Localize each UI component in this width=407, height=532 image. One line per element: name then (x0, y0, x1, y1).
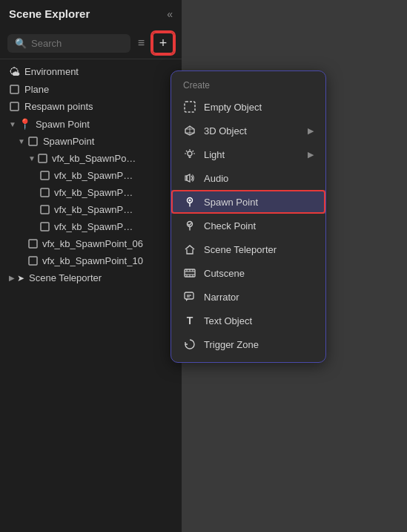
tree-item-vfx1-label: vfx_kb_SpawnPo… (52, 153, 136, 164)
svg-rect-10 (185, 102, 195, 112)
svg-rect-3 (39, 154, 47, 162)
filter-button[interactable]: ≡ (135, 35, 148, 51)
tree-item-spawnpoint[interactable]: ▼ 📍 Spawn Point (0, 115, 182, 133)
dropdown-item-audio[interactable]: Audio (171, 166, 325, 190)
dropdown-item-cutscene[interactable]: Cutscene (171, 261, 325, 285)
svg-rect-6 (41, 206, 49, 214)
dropdown-item-sceneteleporter-label: Scene Teleporter (204, 244, 277, 255)
sceneteleporter-arrow: ▶ (9, 274, 15, 282)
vfx10-icon (28, 256, 38, 266)
empty-object-icon (183, 100, 196, 114)
add-button[interactable]: + (152, 32, 174, 54)
panel-header: Scene Explorer « (0, 0, 182, 27)
tree-item-env[interactable]: 🌤 Environment (0, 62, 182, 81)
svg-line-20 (186, 151, 188, 152)
tree-item-vfx2-label: vfx_kb_SpawnP… (54, 170, 133, 181)
tree-item-respawn[interactable]: Respawn points (0, 98, 182, 115)
search-input[interactable] (31, 38, 123, 49)
dropdown-item-narrator-label: Narrator (204, 292, 239, 303)
svg-marker-22 (187, 174, 190, 182)
tree-item-vfx4-label: vfx_kb_SpawnP… (54, 204, 133, 215)
svg-point-15 (188, 151, 192, 156)
vfx1-icon (38, 154, 47, 163)
triggerzone-icon (183, 338, 196, 351)
vfx6-icon (28, 239, 38, 249)
tree-item-vfx10[interactable]: vfx_kb_SpawnPoint_10 (0, 252, 182, 269)
svg-rect-7 (41, 223, 49, 231)
svg-rect-1 (10, 102, 19, 111)
tree-item-vfx3-label: vfx_kb_SpawnP… (54, 187, 133, 198)
dropdown-item-3d-label: 3D Object (204, 125, 247, 137)
spawnpointgrp-arrow: ▼ (18, 137, 25, 145)
respawn-icon (9, 101, 20, 112)
vfx1-arrow: ▼ (28, 154, 36, 162)
dropdown-item-empty[interactable]: Empty Object (171, 95, 325, 119)
vfx4-icon (40, 205, 50, 214)
env-icon: 🌤 (9, 65, 20, 78)
collapse-button[interactable]: « (167, 8, 173, 20)
tree-item-spawnpoint-label: Spawn Point (36, 119, 90, 130)
dropdown-item-light[interactable]: Light ▶ (171, 142, 325, 166)
textobject-icon: T (183, 314, 196, 327)
light-icon (183, 148, 196, 161)
spawnpoint-menu-icon (183, 195, 196, 208)
tree-item-respawn-label: Respawn points (24, 101, 93, 112)
search-icon: 🔍 (15, 38, 27, 49)
svg-rect-5 (41, 188, 49, 197)
tree-item-spawnpointgrp[interactable]: ▼ SpawnPoint (0, 133, 182, 150)
dropdown-item-triggerzone[interactable]: Trigger Zone (171, 332, 325, 356)
narrator-icon (183, 290, 196, 303)
dropdown-item-textobject[interactable]: T Text Object (171, 309, 325, 332)
svg-rect-2 (29, 137, 37, 145)
svg-line-21 (193, 151, 194, 152)
tree-item-sceneteleporter-label: Scene Teleporter (29, 272, 102, 283)
3d-object-icon (183, 124, 196, 137)
dropdown-item-sceneteleporter[interactable]: Scene Teleporter (171, 237, 325, 261)
tree-item-vfx5-label: vfx_kb_SpawnP… (54, 221, 133, 232)
dropdown-item-spawnpoint[interactable]: Spawn Point (171, 190, 325, 214)
sceneteleporter-icon: ➤ (17, 273, 24, 283)
tree-item-env-label: Environment (24, 66, 79, 77)
vfx3-icon (40, 188, 50, 197)
tree-item-vfx3[interactable]: vfx_kb_SpawnP… (0, 184, 182, 201)
search-input-wrap: 🔍 (7, 34, 130, 53)
sceneteleporter-menu-icon (183, 243, 196, 256)
spawnpoint-arrow: ▼ (9, 120, 16, 128)
tree-item-vfx2[interactable]: vfx_kb_SpawnP… (0, 167, 182, 184)
tree-item-vfx4[interactable]: vfx_kb_SpawnP… (0, 201, 182, 218)
svg-rect-0 (10, 85, 19, 93)
search-bar: 🔍 ≡ + (0, 27, 182, 59)
scene-explorer-panel: Scene Explorer « 🔍 ≡ + 🌤 Environment Pla… (0, 0, 182, 532)
tree-item-vfx1[interactable]: ▼ vfx_kb_SpawnPo… (0, 150, 182, 167)
light-arrow-icon: ▶ (308, 150, 314, 160)
tree-item-vfx5[interactable]: vfx_kb_SpawnP… (0, 218, 182, 235)
tree-item-vfx6-label: vfx_kb_SpawnPoint_06 (42, 238, 143, 249)
dropdown-item-checkpoint[interactable]: Check Point (171, 214, 325, 237)
svg-rect-23 (185, 176, 187, 180)
audio-icon (183, 171, 196, 185)
tree-item-vfx6[interactable]: vfx_kb_SpawnPoint_06 (0, 235, 182, 252)
scene-tree: 🌤 Environment Plane Respawn points ▼ 📍 S… (0, 59, 182, 289)
dropdown-item-light-label: Light (204, 149, 225, 160)
tree-item-spawnpointgrp-label: SpawnPoint (43, 136, 94, 147)
dropdown-item-empty-label: Empty Object (204, 102, 262, 113)
tree-item-vfx10-label: vfx_kb_SpawnPoint_10 (42, 255, 143, 266)
dropdown-item-3d[interactable]: 3D Object ▶ (171, 119, 325, 142)
svg-point-25 (189, 200, 191, 202)
dropdown-item-triggerzone-label: Trigger Zone (204, 339, 259, 350)
plane-icon (9, 84, 20, 95)
svg-rect-8 (29, 240, 37, 248)
checkpoint-icon (183, 219, 196, 232)
dropdown-item-narrator[interactable]: Narrator (171, 285, 325, 309)
svg-rect-4 (41, 171, 49, 180)
vfx2-icon (40, 171, 50, 180)
vfx5-icon (40, 222, 50, 231)
dropdown-item-cutscene-label: Cutscene (204, 268, 245, 279)
spawnpointgrp-icon (27, 136, 39, 147)
tree-item-sceneteleporter[interactable]: ▶ ➤ Scene Teleporter (0, 269, 182, 286)
tree-item-plane-label: Plane (24, 84, 49, 95)
svg-rect-9 (29, 257, 37, 265)
tree-item-plane[interactable]: Plane (0, 81, 182, 98)
panel-title: Scene Explorer (9, 7, 90, 20)
dropdown-item-spawnpoint-label: Spawn Point (204, 197, 258, 208)
